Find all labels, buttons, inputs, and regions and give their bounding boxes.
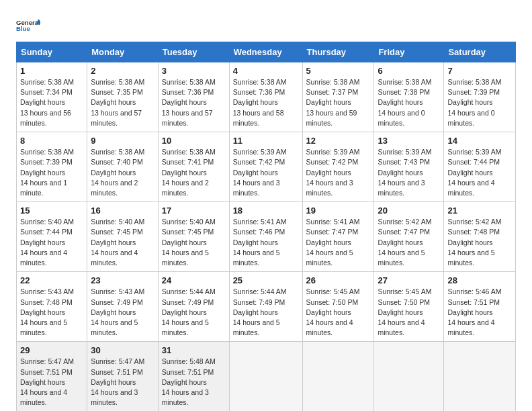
day-detail: Sunrise: 5:38 AMSunset: 7:37 PMDaylight …: [306, 78, 360, 127]
calendar-week-row: 8 Sunrise: 5:38 AMSunset: 7:39 PMDayligh…: [17, 132, 516, 202]
day-number: 30: [91, 345, 154, 355]
day-detail: Sunrise: 5:38 AMSunset: 7:40 PMDaylight …: [91, 148, 144, 197]
day-detail: Sunrise: 5:38 AMSunset: 7:39 PMDaylight …: [447, 78, 501, 127]
calendar-cell: [302, 342, 374, 411]
day-number: 8: [20, 136, 83, 146]
col-wednesday: Wednesday: [229, 42, 302, 62]
day-number: 7: [447, 66, 512, 76]
day-detail: Sunrise: 5:40 AMSunset: 7:44 PMDaylight …: [20, 218, 74, 267]
day-number: 1: [20, 66, 83, 76]
svg-text:Blue: Blue: [16, 25, 30, 32]
day-detail: Sunrise: 5:45 AMSunset: 7:50 PMDaylight …: [378, 287, 431, 336]
calendar-week-row: 22 Sunrise: 5:43 AMSunset: 7:48 PMDaylig…: [17, 272, 516, 342]
logo-svg: General Blue: [16, 13, 40, 38]
calendar-cell: 5 Sunrise: 5:38 AMSunset: 7:37 PMDayligh…: [302, 62, 374, 132]
day-detail: Sunrise: 5:38 AMSunset: 7:36 PMDaylight …: [162, 78, 216, 127]
day-number: 31: [162, 345, 226, 355]
day-detail: Sunrise: 5:43 AMSunset: 7:49 PMDaylight …: [91, 287, 144, 336]
day-number: 6: [378, 66, 440, 76]
day-detail: Sunrise: 5:38 AMSunset: 7:36 PMDaylight …: [233, 78, 287, 127]
day-number: 24: [162, 275, 226, 285]
col-monday: Monday: [87, 42, 159, 62]
calendar-cell: 23 Sunrise: 5:43 AMSunset: 7:49 PMDaylig…: [87, 272, 159, 342]
calendar-cell: 12 Sunrise: 5:39 AMSunset: 7:42 PMDaylig…: [302, 132, 374, 202]
day-number: 21: [447, 205, 512, 216]
day-detail: Sunrise: 5:39 AMSunset: 7:43 PMDaylight …: [378, 148, 431, 197]
day-number: 29: [20, 345, 83, 355]
calendar-cell: 21 Sunrise: 5:42 AMSunset: 7:48 PMDaylig…: [444, 202, 516, 272]
day-detail: Sunrise: 5:47 AMSunset: 7:51 PMDaylight …: [91, 357, 144, 406]
header: General Blue: [16, 13, 516, 38]
col-saturday: Saturday: [444, 42, 516, 62]
col-thursday: Thursday: [302, 42, 374, 62]
calendar-cell: 7 Sunrise: 5:38 AMSunset: 7:39 PMDayligh…: [444, 62, 516, 132]
calendar-cell: 14 Sunrise: 5:39 AMSunset: 7:44 PMDaylig…: [444, 132, 516, 202]
day-number: 12: [306, 136, 371, 146]
day-detail: Sunrise: 5:38 AMSunset: 7:38 PMDaylight …: [378, 78, 431, 127]
day-detail: Sunrise: 5:38 AMSunset: 7:39 PMDaylight …: [20, 148, 74, 197]
day-detail: Sunrise: 5:48 AMSunset: 7:51 PMDaylight …: [162, 357, 216, 406]
calendar-cell: 2 Sunrise: 5:38 AMSunset: 7:35 PMDayligh…: [87, 62, 159, 132]
calendar-cell: 11 Sunrise: 5:39 AMSunset: 7:42 PMDaylig…: [229, 132, 302, 202]
calendar-cell: 30 Sunrise: 5:47 AMSunset: 7:51 PMDaylig…: [87, 342, 159, 411]
calendar-cell: 8 Sunrise: 5:38 AMSunset: 7:39 PMDayligh…: [17, 132, 87, 202]
day-number: 18: [233, 205, 299, 216]
calendar-cell: 9 Sunrise: 5:38 AMSunset: 7:40 PMDayligh…: [87, 132, 159, 202]
day-detail: Sunrise: 5:46 AMSunset: 7:51 PMDaylight …: [447, 287, 501, 336]
day-detail: Sunrise: 5:44 AMSunset: 7:49 PMDaylight …: [162, 287, 216, 336]
day-number: 25: [233, 275, 299, 285]
calendar-cell: 18 Sunrise: 5:41 AMSunset: 7:46 PMDaylig…: [229, 202, 302, 272]
day-detail: Sunrise: 5:38 AMSunset: 7:34 PMDaylight …: [20, 78, 74, 127]
calendar-week-row: 29 Sunrise: 5:47 AMSunset: 7:51 PMDaylig…: [17, 342, 516, 411]
calendar-week-row: 1 Sunrise: 5:38 AMSunset: 7:34 PMDayligh…: [17, 62, 516, 132]
day-number: 2: [91, 66, 154, 76]
calendar-cell: 19 Sunrise: 5:41 AMSunset: 7:47 PMDaylig…: [302, 202, 374, 272]
day-number: 22: [20, 275, 83, 285]
day-detail: Sunrise: 5:42 AMSunset: 7:47 PMDaylight …: [378, 218, 431, 267]
calendar-cell: 1 Sunrise: 5:38 AMSunset: 7:34 PMDayligh…: [17, 62, 87, 132]
calendar-cell: 6 Sunrise: 5:38 AMSunset: 7:38 PMDayligh…: [374, 62, 444, 132]
day-number: 13: [378, 136, 440, 146]
day-number: 27: [378, 275, 440, 285]
day-detail: Sunrise: 5:38 AMSunset: 7:41 PMDaylight …: [162, 148, 216, 197]
day-number: 16: [91, 205, 154, 216]
day-number: 4: [233, 66, 299, 76]
calendar-cell: 28 Sunrise: 5:46 AMSunset: 7:51 PMDaylig…: [444, 272, 516, 342]
day-number: 5: [306, 66, 371, 76]
calendar-cell: 31 Sunrise: 5:48 AMSunset: 7:51 PMDaylig…: [158, 342, 229, 411]
day-detail: Sunrise: 5:40 AMSunset: 7:45 PMDaylight …: [162, 218, 216, 267]
day-detail: Sunrise: 5:38 AMSunset: 7:35 PMDaylight …: [91, 78, 144, 127]
day-number: 23: [91, 275, 154, 285]
day-number: 19: [306, 205, 371, 216]
calendar-cell: 26 Sunrise: 5:45 AMSunset: 7:50 PMDaylig…: [302, 272, 374, 342]
col-sunday: Sunday: [17, 42, 87, 62]
col-tuesday: Tuesday: [158, 42, 229, 62]
calendar-cell: 22 Sunrise: 5:43 AMSunset: 7:48 PMDaylig…: [17, 272, 87, 342]
calendar-cell: 16 Sunrise: 5:40 AMSunset: 7:45 PMDaylig…: [87, 202, 159, 272]
calendar-cell: 3 Sunrise: 5:38 AMSunset: 7:36 PMDayligh…: [158, 62, 229, 132]
day-number: 20: [378, 205, 440, 216]
day-number: 11: [233, 136, 299, 146]
calendar-cell: 20 Sunrise: 5:42 AMSunset: 7:47 PMDaylig…: [374, 202, 444, 272]
day-detail: Sunrise: 5:43 AMSunset: 7:48 PMDaylight …: [20, 287, 74, 336]
day-number: 9: [91, 136, 154, 146]
calendar-cell: 15 Sunrise: 5:40 AMSunset: 7:44 PMDaylig…: [17, 202, 87, 272]
calendar-cell: [374, 342, 444, 411]
calendar-cell: 24 Sunrise: 5:44 AMSunset: 7:49 PMDaylig…: [158, 272, 229, 342]
calendar-cell: 4 Sunrise: 5:38 AMSunset: 7:36 PMDayligh…: [229, 62, 302, 132]
day-detail: Sunrise: 5:39 AMSunset: 7:42 PMDaylight …: [306, 148, 360, 197]
col-friday: Friday: [374, 42, 444, 62]
calendar-cell: 27 Sunrise: 5:45 AMSunset: 7:50 PMDaylig…: [374, 272, 444, 342]
day-detail: Sunrise: 5:47 AMSunset: 7:51 PMDaylight …: [20, 357, 74, 406]
header-row: Sunday Monday Tuesday Wednesday Thursday…: [17, 42, 516, 62]
day-number: 3: [162, 66, 226, 76]
logo: General Blue: [16, 13, 40, 38]
day-number: 28: [447, 275, 512, 285]
day-number: 17: [162, 205, 226, 216]
day-detail: Sunrise: 5:40 AMSunset: 7:45 PMDaylight …: [91, 218, 144, 267]
day-detail: Sunrise: 5:42 AMSunset: 7:48 PMDaylight …: [447, 218, 501, 267]
day-detail: Sunrise: 5:39 AMSunset: 7:42 PMDaylight …: [233, 148, 287, 197]
day-number: 26: [306, 275, 371, 285]
calendar-cell: 25 Sunrise: 5:44 AMSunset: 7:49 PMDaylig…: [229, 272, 302, 342]
calendar-cell: 29 Sunrise: 5:47 AMSunset: 7:51 PMDaylig…: [17, 342, 87, 411]
